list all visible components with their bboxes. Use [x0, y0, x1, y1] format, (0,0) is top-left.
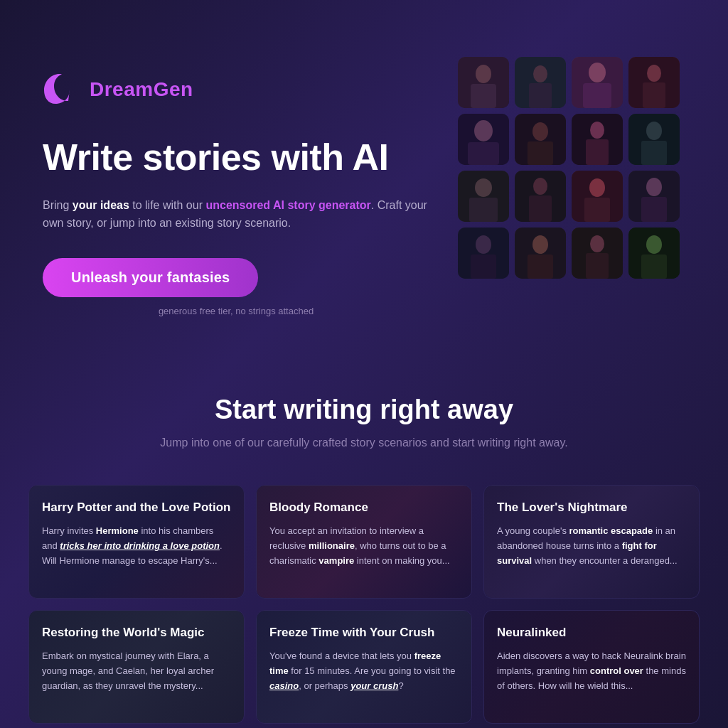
svg-point-11	[647, 65, 661, 82]
hero-left: DreamGen Write stories with AI Bring you…	[43, 57, 429, 316]
grid-image-12	[628, 171, 680, 222]
grid-image-4	[628, 57, 680, 108]
grid-image-13	[458, 228, 509, 279]
section-subtitle: Jump into one of our carefully crafted s…	[14, 437, 714, 449]
section-title: Start writing right away	[14, 395, 714, 425]
card-desc-neuralinked: Aiden discovers a way to hack Neuralink …	[497, 649, 686, 693]
card-title-restoring-magic: Restoring the World's Magic	[42, 625, 231, 641]
card-title-lovers-nightmare: The Lover's Nightmare	[497, 500, 686, 515]
svg-rect-18	[528, 141, 553, 165]
svg-rect-42	[528, 255, 553, 279]
subtitle-part2: to life with our	[129, 199, 206, 211]
svg-point-17	[532, 122, 548, 141]
grid-image-2	[515, 57, 566, 108]
grid-image-9	[458, 171, 509, 222]
card-desc-restoring-magic: Embark on mystical journey with Elara, a…	[42, 649, 231, 693]
story-card-lovers-nightmare[interactable]: The Lover's Nightmare A young couple's r…	[483, 485, 700, 599]
card-content-lovers-nightmare: The Lover's Nightmare A young couple's r…	[497, 500, 686, 568]
svg-point-2	[476, 65, 491, 83]
card-desc-lovers-nightmare: A young couple's romantic escapade in an…	[497, 524, 686, 568]
card-content-neuralinked: Neuralinked Aiden discovers a way to hac…	[497, 625, 686, 693]
svg-rect-6	[529, 83, 552, 108]
card-title-harry-potter: Harry Potter and the Love Potion	[42, 500, 231, 515]
svg-point-38	[476, 235, 491, 254]
card-content-restoring-magic: Restoring the World's Magic Embark on my…	[42, 625, 231, 693]
svg-rect-9	[583, 83, 611, 108]
subtitle-highlight2: uncensored AI story generator	[205, 199, 370, 211]
svg-rect-21	[586, 139, 609, 165]
story-card-bloody-romance[interactable]: Bloody Romance You accept an invitation …	[256, 485, 472, 599]
svg-point-26	[475, 178, 492, 197]
hero-subtitle: Bring your ideas to life with our uncens…	[43, 196, 429, 232]
svg-point-35	[646, 178, 662, 196]
character-image-grid	[458, 57, 685, 279]
svg-point-44	[590, 235, 604, 252]
card-desc-freeze-time: You've found a device that lets you free…	[269, 649, 459, 693]
section-header: Start writing right away Jump into one o…	[0, 359, 728, 471]
logo-text: DreamGen	[90, 78, 193, 101]
svg-rect-48	[641, 255, 667, 279]
logo-gen: Gen	[154, 78, 193, 100]
svg-point-20	[590, 122, 604, 139]
svg-point-29	[533, 178, 547, 195]
svg-rect-27	[469, 198, 498, 222]
logo-moon-icon	[43, 71, 80, 108]
svg-point-41	[532, 235, 548, 254]
subtitle-part1: Bring	[43, 199, 73, 211]
svg-rect-45	[586, 253, 609, 279]
card-desc-harry-potter: Harry invites Hermione into his chambers…	[42, 524, 231, 568]
svg-point-23	[646, 122, 662, 140]
cta-subtext: generous free tier, no strings attached	[43, 306, 429, 316]
story-card-harry-potter[interactable]: Harry Potter and the Love Potion Harry i…	[28, 485, 245, 599]
story-cards-grid: Harry Potter and the Love Potion Harry i…	[0, 471, 728, 728]
svg-rect-12	[643, 82, 665, 108]
card-content-bloody-romance: Bloody Romance You accept an invitation …	[269, 500, 459, 568]
card-content-freeze-time: Freeze Time with Your Crush You've found…	[269, 625, 459, 693]
logo: DreamGen	[43, 71, 429, 108]
svg-rect-33	[584, 198, 610, 222]
grid-image-5	[458, 114, 509, 165]
grid-image-8	[628, 114, 680, 165]
hero-section: DreamGen Write stories with AI Bring you…	[0, 0, 728, 359]
grid-image-7	[572, 114, 623, 165]
subtitle-highlight1: your ideas	[73, 199, 129, 211]
grid-image-10	[515, 171, 566, 222]
card-title-freeze-time: Freeze Time with Your Crush	[269, 625, 459, 641]
grid-image-1	[458, 57, 509, 108]
story-card-neuralinked[interactable]: Neuralinked Aiden discovers a way to hac…	[483, 610, 700, 724]
svg-rect-36	[641, 197, 667, 222]
card-content-harry-potter: Harry Potter and the Love Potion Harry i…	[42, 500, 231, 568]
svg-rect-15	[468, 142, 499, 165]
story-card-restoring-magic[interactable]: Restoring the World's Magic Embark on my…	[28, 610, 245, 724]
svg-point-5	[533, 65, 547, 82]
svg-point-32	[589, 178, 605, 197]
svg-rect-30	[529, 196, 552, 222]
svg-rect-39	[471, 255, 496, 279]
svg-point-8	[589, 63, 606, 82]
story-card-freeze-time[interactable]: Freeze Time with Your Crush You've found…	[256, 610, 472, 724]
hero-title: Write stories with AI	[43, 136, 429, 179]
grid-image-3	[572, 57, 623, 108]
svg-rect-24	[641, 141, 667, 165]
grid-image-14	[515, 228, 566, 279]
logo-dream: Dream	[90, 78, 154, 100]
card-title-neuralinked: Neuralinked	[497, 625, 686, 641]
card-title-bloody-romance: Bloody Romance	[269, 500, 459, 515]
svg-point-47	[646, 235, 662, 254]
svg-point-14	[474, 120, 493, 141]
card-desc-bloody-romance: You accept an invitation to interview a …	[269, 524, 459, 568]
grid-image-11	[572, 171, 623, 222]
grid-image-16	[628, 228, 680, 279]
grid-image-6	[515, 114, 566, 165]
svg-rect-3	[471, 84, 496, 108]
cta-button[interactable]: Unleash your fantasies	[43, 258, 258, 297]
grid-image-15	[572, 228, 623, 279]
